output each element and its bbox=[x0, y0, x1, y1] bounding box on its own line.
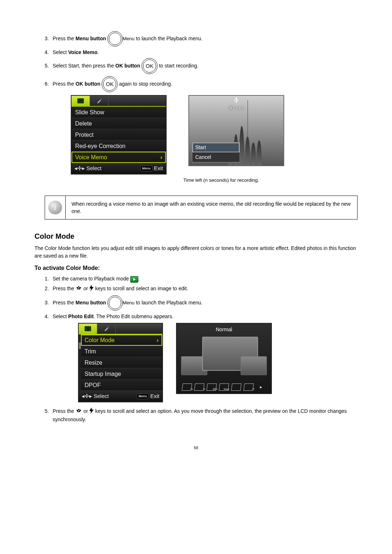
nav-arrows-icon: ◂✢▸ bbox=[82, 392, 92, 400]
step-4: 4. Select Voice Memo. bbox=[45, 49, 358, 56]
section-heading: Color Mode bbox=[34, 231, 358, 242]
chevron-right-icon[interactable]: ▸ bbox=[256, 384, 266, 390]
menu-pill: Menu bbox=[140, 166, 152, 171]
menu-item-colormode[interactable]: Color Mode › bbox=[81, 335, 162, 346]
svg-point-10 bbox=[78, 287, 79, 288]
colormode-title: Normal bbox=[177, 324, 271, 335]
step-number: 2. bbox=[45, 285, 53, 292]
screens-row: Slide Show Delete Protect Red-eye Correc… bbox=[71, 95, 358, 175]
menu-item-label: Protect bbox=[75, 131, 94, 139]
text: . bbox=[138, 276, 140, 282]
tab-settings[interactable] bbox=[97, 324, 116, 334]
step-number: 3. bbox=[45, 299, 53, 306]
step-b1: 1. Set the camera to Playback mode . bbox=[45, 275, 358, 282]
footer-exit-label: Exit bbox=[150, 392, 159, 400]
subheading: To activate Color Mode: bbox=[34, 264, 358, 272]
step-text: Press the or keys to scroll and select a… bbox=[53, 285, 358, 293]
step-c5: 5. Press the or keys to scroll and selec… bbox=[45, 407, 358, 423]
footer-exit-label: Exit bbox=[154, 164, 163, 172]
flash-bolt-icon bbox=[89, 407, 94, 416]
menu-item-startup[interactable]: Startup Image bbox=[81, 368, 162, 379]
menu-item-voicememo[interactable]: Voice Memo › bbox=[72, 152, 166, 163]
step-3: 3. Press the Menu button Menu to launch … bbox=[45, 31, 358, 46]
step-number: 3. bbox=[45, 35, 53, 42]
text: or bbox=[82, 408, 89, 414]
text: again to stop recording. bbox=[118, 81, 172, 87]
text: to launch the Playback menu. bbox=[134, 36, 203, 41]
menu-item-trim[interactable]: Trim bbox=[81, 346, 162, 357]
step-number: 5. bbox=[45, 407, 53, 415]
popup-start[interactable]: Start bbox=[192, 143, 240, 152]
text: Select Start, then press the bbox=[53, 63, 115, 69]
mode-bw-icon[interactable] bbox=[207, 384, 216, 390]
svg-marker-11 bbox=[89, 285, 94, 291]
text: to launch the Playback menu. bbox=[134, 300, 203, 305]
menu-item-delete[interactable]: Delete bbox=[72, 118, 166, 129]
svg-rect-3 bbox=[236, 98, 237, 100]
menu-footer: ◂✢▸ Select Menu Exit bbox=[79, 391, 162, 402]
menu-label: Menu bbox=[123, 300, 135, 305]
info-icon-cell: i bbox=[45, 196, 66, 219]
text: to start recording. bbox=[158, 63, 199, 69]
bold-text: Menu button bbox=[75, 36, 106, 41]
menu-pill: Menu bbox=[136, 394, 149, 399]
recording-timer: 30 sec bbox=[228, 104, 244, 112]
menu-item-label: Delete bbox=[75, 119, 92, 128]
menu-item-dpof[interactable]: DPOF bbox=[81, 379, 162, 391]
section-paragraph: The Color Mode function lets you adjust … bbox=[34, 245, 358, 259]
step-text: Select Photo Edit. The Photo Edit submen… bbox=[53, 313, 358, 320]
menu-item-slideshow[interactable]: Slide Show bbox=[72, 107, 166, 118]
popup-cancel[interactable]: Cancel bbox=[192, 152, 240, 162]
tab-playback[interactable] bbox=[72, 96, 90, 106]
text: . bbox=[97, 49, 99, 55]
bold-text: OK button bbox=[115, 63, 140, 69]
note-box: i When recording a voice memo to an imag… bbox=[45, 196, 358, 220]
svg-marker-20 bbox=[89, 407, 94, 414]
text: Select bbox=[53, 49, 68, 55]
callout-line bbox=[248, 100, 248, 149]
playback-icon bbox=[130, 276, 138, 283]
ok-label: OK bbox=[106, 80, 114, 88]
step-number: 6. bbox=[45, 80, 53, 87]
bold-text: Voice Memo bbox=[68, 49, 98, 55]
menu-item-label: Red-eye Correction bbox=[75, 142, 126, 150]
menu-item-protect[interactable]: Protect bbox=[72, 129, 166, 140]
timer-caption: Time left (n seconds) for recording. bbox=[183, 177, 358, 184]
text: keys to scroll and select an image to ed… bbox=[94, 286, 188, 291]
voice-memo-preview: 30 sec Start Cancel bbox=[188, 95, 284, 166]
menu-item-resize[interactable]: Resize bbox=[81, 357, 162, 368]
colormode-preview: Normal ▸ bbox=[176, 323, 272, 394]
ok-button-icon: OK bbox=[102, 76, 118, 92]
voice-memo-popup: Start Cancel bbox=[192, 142, 240, 163]
bold-text: Menu button bbox=[75, 300, 106, 305]
footer-select-label: Select bbox=[86, 164, 102, 172]
tab-settings[interactable] bbox=[90, 96, 109, 106]
text: Select bbox=[53, 313, 68, 319]
svg-point-19 bbox=[78, 410, 79, 411]
step-number: 4. bbox=[45, 313, 53, 320]
step-6: 6. Press the OK button OK again to stop … bbox=[45, 76, 358, 92]
menu-tabs bbox=[72, 96, 166, 107]
text: Press the bbox=[53, 81, 75, 87]
menu-item-label: Color Mode bbox=[85, 336, 115, 344]
step-b3: 3. Press the Menu button Menu to launch … bbox=[45, 295, 358, 311]
menu-item-redeye[interactable]: Red-eye Correction bbox=[72, 140, 166, 152]
chevron-right-icon: › bbox=[157, 336, 159, 344]
page-number: 58 bbox=[34, 445, 358, 451]
mode-sepia-icon[interactable] bbox=[195, 384, 204, 390]
mode-normal-icon[interactable] bbox=[182, 384, 192, 390]
playback-menu-screen: Slide Show Delete Protect Red-eye Correc… bbox=[71, 95, 167, 175]
mode-red-icon[interactable] bbox=[244, 384, 253, 390]
menu-item-label: DPOF bbox=[85, 381, 101, 389]
nav-arrows-icon: ◂✢▸ bbox=[74, 164, 85, 172]
mode-5-icon[interactable] bbox=[232, 384, 241, 390]
step-text: Press the Menu button Menu to launch the… bbox=[53, 31, 358, 46]
text: Press the bbox=[53, 300, 75, 305]
step-b4: 4. Select Photo Edit. The Photo Edit sub… bbox=[45, 313, 358, 320]
mode-neg-icon[interactable] bbox=[219, 384, 229, 390]
tab-playback[interactable] bbox=[79, 324, 97, 334]
text: or bbox=[82, 286, 89, 291]
menu-item-label: Slide Show bbox=[75, 108, 104, 116]
menu-item-label: Voice Memo bbox=[75, 153, 107, 161]
menu-item-label: Trim bbox=[85, 347, 96, 356]
